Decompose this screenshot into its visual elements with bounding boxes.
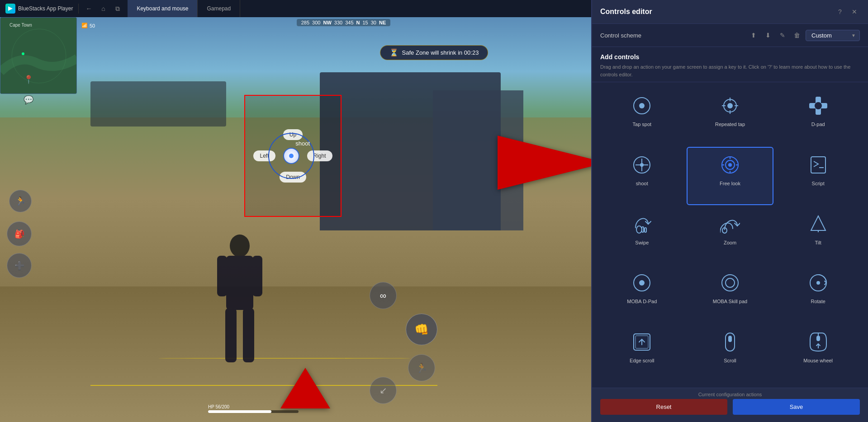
wifi-icon: 📶 — [81, 23, 88, 28]
compass: 285 300 NW 330 345 N 15 30 NE — [100, 19, 588, 26]
svg-point-20 — [640, 163, 644, 167]
moba-dpad-label: MOBA D-Pad — [627, 298, 657, 305]
svg-point-5 — [230, 234, 250, 257]
control-rotate[interactable]: Rotate — [774, 265, 862, 323]
game-area: Cape Town 📶 50 📍 💬 🏃 🎒 ➕ 👊 ∞ 🏃 ↙ shoot — [0, 0, 591, 422]
location-icon: 📍 — [24, 75, 33, 84]
save-button[interactable]: Save — [733, 399, 860, 415]
dpad-center — [283, 148, 299, 164]
control-shoot[interactable]: shoot — [598, 147, 686, 205]
control-repeated-tap[interactable]: Repeated tap — [687, 88, 774, 146]
control-tilt[interactable]: Tilt — [774, 206, 862, 264]
free-look-icon — [718, 153, 742, 177]
control-moba-skill[interactable]: MOBA Skill pad — [687, 265, 774, 323]
dpad-label: D-pad — [811, 121, 825, 127]
svg-point-35 — [726, 278, 735, 287]
scheme-download-button[interactable]: ⬇ — [762, 29, 774, 41]
zoom-label: Zoom — [724, 239, 736, 246]
add-controls-section: Add controls Drag and drop an action on … — [592, 47, 868, 82]
prone-button[interactable]: ↙ — [370, 377, 397, 404]
svg-point-23 — [728, 163, 732, 167]
svg-rect-9 — [225, 308, 237, 362]
svg-text:5: 5 — [641, 281, 643, 286]
svg-rect-41 — [728, 336, 732, 342]
scroll-label: Scroll — [724, 357, 736, 364]
svg-rect-27 — [645, 228, 646, 232]
repeated-tap-label: Repeated tap — [715, 121, 745, 127]
current-config-label: Current configuration actions — [592, 388, 868, 399]
timer-icon: ⏳ — [389, 48, 398, 57]
tap-spot-label: Tap spot — [633, 121, 652, 127]
panel-close-button[interactable]: ✕ — [849, 6, 860, 17]
rotate-label: Rotate — [811, 298, 825, 305]
svg-rect-10 — [243, 308, 254, 362]
shoot-label: shoot — [295, 140, 310, 147]
shoot-control-icon — [630, 153, 654, 177]
control-mouse-wheel[interactable]: Mouse wheel — [774, 324, 862, 382]
scheme-delete-button[interactable]: 🗑 — [791, 29, 803, 41]
bs-icon — [5, 4, 15, 14]
scheme-edit-button[interactable]: ✎ — [777, 29, 788, 41]
scheme-actions: ⬆ ⬇ ✎ 🗑 Custom ▼ — [748, 29, 860, 41]
home-button[interactable]: ⌂ — [98, 3, 109, 14]
control-script[interactable]: Script — [774, 147, 862, 205]
swipe-icon — [630, 212, 654, 236]
control-swipe[interactable]: Swipe — [598, 206, 686, 264]
control-moba-dpad[interactable]: 5 MOBA D-Pad — [598, 265, 686, 323]
svg-rect-7 — [217, 256, 227, 296]
edge-scroll-icon — [630, 330, 654, 354]
control-edge-scroll[interactable]: Edge scroll — [598, 324, 686, 382]
free-look-label: Free look — [720, 180, 740, 187]
tilt-label: Tilt — [815, 239, 821, 246]
script-icon — [806, 153, 830, 177]
control-free-look[interactable]: Free look — [687, 147, 774, 205]
control-scroll[interactable]: Scroll — [687, 324, 774, 382]
svg-marker-29 — [811, 216, 825, 230]
footer-buttons: Reset Save — [592, 399, 868, 422]
panel-header: Controls editor ? ✕ — [592, 0, 868, 24]
back-button[interactable]: ← — [83, 3, 94, 14]
edge-scroll-label: Edge scroll — [630, 357, 654, 364]
infinity-button[interactable]: ∞ — [370, 282, 397, 309]
svg-rect-43 — [816, 336, 820, 341]
add-controls-desc: Drag and drop an action on your game scr… — [600, 63, 860, 78]
panel-help-button[interactable]: ? — [835, 6, 845, 17]
health-icon: ➕ — [7, 253, 32, 278]
panel-footer: Current configuration actions Reset Save — [592, 388, 868, 422]
scheme-dropdown[interactable]: Custom ▼ — [806, 30, 860, 41]
app-title: BlueStacks App Player — [18, 5, 73, 12]
svg-point-15 — [727, 103, 733, 108]
add-controls-title: Add controls — [600, 53, 860, 61]
rotate-icon — [806, 271, 830, 295]
wifi-indicator: 📶 50 — [81, 23, 95, 28]
tilt-icon — [806, 212, 830, 236]
svg-point-3 — [22, 52, 24, 55]
punch-button[interactable]: 👊 — [406, 314, 437, 345]
tab-gamepad[interactable]: Gamepad — [198, 0, 240, 17]
control-scheme-row: Control scheme ⬆ ⬇ ✎ 🗑 Custom ▼ — [592, 24, 868, 47]
repeated-tap-icon — [718, 94, 742, 117]
scroll-icon — [718, 330, 742, 354]
control-zoom[interactable]: Zoom — [687, 206, 774, 264]
moba-skill-label: MOBA Skill pad — [713, 298, 747, 305]
script-label: Script — [812, 180, 825, 187]
moba-dpad-icon: 5 — [630, 271, 654, 295]
svg-point-34 — [722, 275, 738, 291]
svg-point-18 — [815, 102, 822, 109]
control-dpad[interactable]: D-pad — [774, 88, 862, 146]
minimap: Cape Town — [0, 17, 77, 94]
moba-skill-icon — [718, 271, 742, 295]
reset-button[interactable]: Reset — [600, 399, 727, 415]
scheme-upload-button[interactable]: ⬆ — [748, 29, 759, 41]
controls-panel: Controls editor ? ✕ Control scheme ⬆ ⬇ ✎… — [591, 0, 868, 422]
tap-spot-icon — [630, 94, 654, 117]
tab-keyboard-mouse[interactable]: Keyboard and mouse — [128, 0, 198, 17]
crouch-button[interactable]: 🏃 — [408, 354, 435, 381]
tabs-button[interactable]: ⧉ — [112, 3, 123, 14]
mouse-wheel-label: Mouse wheel — [803, 357, 833, 364]
control-tap-spot[interactable]: Tap spot — [598, 88, 686, 146]
shoot-control-label: shoot — [636, 180, 648, 187]
dpad-overlay: Up Left Right Down — [244, 95, 342, 217]
svg-point-13 — [639, 103, 645, 108]
left-action-icon: 🏃 — [9, 190, 32, 217]
